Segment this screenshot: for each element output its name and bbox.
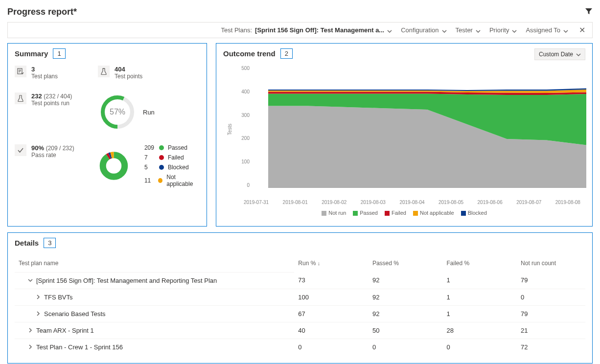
row-name: Test Plan - Crew 1 - Sprint 156 <box>36 343 123 351</box>
test-plans-value: 3 <box>31 66 58 73</box>
row-notrun: 79 <box>517 305 585 322</box>
test-points-run-icon <box>15 92 26 104</box>
expand-caret-icon[interactable] <box>27 327 33 334</box>
chevron-down-icon <box>563 28 568 33</box>
row-passed: 50 <box>369 322 443 339</box>
close-icon[interactable]: ✕ <box>577 25 587 35</box>
summary-card: Summary 1 3 Test plans 404 Test <box>7 43 207 227</box>
run-gauge-label: Run <box>143 109 155 116</box>
row-run: 100 <box>294 289 369 305</box>
test-plans-label: Test plans <box>31 73 58 80</box>
table-row[interactable]: Team ARX - Sprint 1 40 50 28 21 <box>15 322 585 339</box>
row-run: 67 <box>294 305 369 322</box>
row-notrun: 72 <box>517 339 585 355</box>
row-name: [Sprint 156 Sign Off]: Test Management a… <box>36 277 217 284</box>
details-card: Details 3 Test plan name Run % ↓ Passed … <box>7 232 593 364</box>
custom-date-button[interactable]: Custom Date <box>534 48 585 60</box>
row-notrun: 21 <box>517 322 585 339</box>
run-value: 232 <box>31 92 42 100</box>
row-name: TFS BVTs <box>44 294 73 301</box>
y-axis-label: Tests <box>227 124 232 135</box>
expand-caret-icon[interactable] <box>27 277 33 284</box>
row-run: 40 <box>294 322 369 339</box>
row-name: Scenario Based Tests <box>44 310 106 318</box>
chevron-down-icon <box>512 28 517 33</box>
row-passed: 92 <box>369 272 443 289</box>
run-gauge-pct: 57% <box>98 92 137 132</box>
trend-legend-item: Blocked <box>461 210 487 216</box>
svg-point-3 <box>103 155 125 177</box>
trend-legend-item: Not applicable <box>413 210 454 216</box>
pass-donut <box>98 149 130 183</box>
legend-row: 5Blocked <box>144 164 201 171</box>
test-points-label: Test points <box>115 73 142 80</box>
col-name[interactable]: Test plan name <box>15 255 294 272</box>
row-failed: 1 <box>442 289 517 305</box>
trend-legend-item: Passed <box>353 210 378 216</box>
table-row[interactable]: Test Plan - Crew 1 - Sprint 156 0 0 0 72 <box>15 339 585 355</box>
filter-bar: Test Plans: [Sprint 156 Sign Off]: Test … <box>7 22 593 38</box>
summary-badge: 1 <box>53 48 65 59</box>
row-failed: 1 <box>442 272 517 289</box>
legend-row: 7Failed <box>144 154 201 161</box>
row-failed: 1 <box>442 305 517 322</box>
run-label: Test points run <box>31 100 72 107</box>
filter-icon[interactable] <box>585 7 593 17</box>
chevron-down-icon <box>442 28 447 33</box>
filter-configuration[interactable]: Configuration <box>401 26 446 34</box>
row-passed: 92 <box>369 305 443 322</box>
test-points-value: 404 <box>115 66 142 73</box>
row-notrun: 79 <box>517 272 585 289</box>
run-frac: (232 / 404) <box>44 93 72 100</box>
pass-rate-icon <box>15 144 26 156</box>
expand-caret-icon[interactable] <box>35 294 41 301</box>
expand-caret-icon[interactable] <box>27 343 33 351</box>
filter-assigned-to[interactable]: Assigned To <box>526 26 568 34</box>
details-table: Test plan name Run % ↓ Passed % Failed %… <box>15 255 585 355</box>
filter-test-plans-label: Test Plans: <box>221 26 252 34</box>
row-failed: 28 <box>442 322 517 339</box>
trend-card: Outcome trend 2 Custom Date 500400300200… <box>216 43 593 227</box>
details-title: Details <box>15 239 39 247</box>
summary-title: Summary <box>15 49 48 58</box>
run-gauge: 57% <box>98 92 137 132</box>
row-run: 0 <box>294 339 369 355</box>
filter-tester[interactable]: Tester <box>456 26 481 34</box>
trend-title: Outcome trend <box>223 49 276 58</box>
sort-desc-icon: ↓ <box>318 260 321 266</box>
col-run[interactable]: Run % ↓ <box>294 255 369 272</box>
details-badge: 3 <box>44 238 56 248</box>
table-row[interactable]: TFS BVTs 100 92 1 0 <box>15 289 585 305</box>
row-name: Team ARX - Sprint 1 <box>36 327 94 334</box>
expand-caret-icon[interactable] <box>35 310 41 318</box>
row-notrun: 0 <box>517 289 585 305</box>
col-passed[interactable]: Passed % <box>369 255 443 272</box>
col-notrun[interactable]: Not run count <box>517 255 585 272</box>
test-plans-icon <box>15 66 26 77</box>
row-run: 73 <box>294 272 369 289</box>
pass-value: 90% <box>31 144 44 152</box>
trend-chart: 5004003002001000 Tests <box>238 66 580 198</box>
legend-row: 209Passed <box>144 144 201 151</box>
row-passed: 92 <box>369 289 443 305</box>
trend-legend-item: Not run <box>322 210 346 216</box>
chevron-down-icon <box>576 52 581 57</box>
row-failed: 0 <box>442 339 517 355</box>
legend-row: 11Not applicable <box>144 174 201 187</box>
filter-test-plans[interactable]: Test Plans: [Sprint 156 Sign Off]: Test … <box>221 26 392 34</box>
filter-test-plans-value: [Sprint 156 Sign Off]: Test Management a… <box>255 26 384 34</box>
table-row[interactable]: Scenario Based Tests 67 92 1 79 <box>15 305 585 322</box>
pass-frac: (209 / 232) <box>46 145 74 152</box>
chevron-down-icon <box>476 28 481 33</box>
chevron-down-icon <box>387 28 392 33</box>
row-passed: 0 <box>369 339 443 355</box>
table-row[interactable]: [Sprint 156 Sign Off]: Test Management a… <box>15 272 585 289</box>
test-points-icon <box>98 66 110 77</box>
col-failed[interactable]: Failed % <box>442 255 517 272</box>
filter-priority[interactable]: Priority <box>489 26 517 34</box>
page-title: Progress report* <box>7 7 77 17</box>
trend-legend-item: Failed <box>385 210 406 216</box>
pass-label: Pass rate <box>31 152 74 159</box>
trend-badge: 2 <box>280 48 293 59</box>
